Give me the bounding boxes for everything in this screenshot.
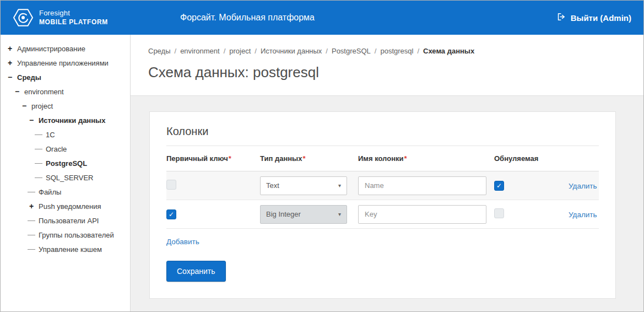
brand-text: Foresight MOBILE PLATFORM <box>39 9 108 26</box>
brand-subtitle: MOBILE PLATFORM <box>39 18 108 26</box>
required-asterisk: * <box>229 154 231 163</box>
sidebar-item-cache-management[interactable]: Управление кэшем <box>1 242 130 256</box>
sidebar-item-label: Среды <box>17 73 41 82</box>
primary-key-cell: ✓ <box>166 180 260 192</box>
foresight-logo-icon <box>13 7 34 28</box>
page-head: Среды/environment/project/Источники данн… <box>131 35 643 96</box>
breadcrumb-item-current: Схема данных <box>423 47 474 55</box>
tree-branch-icon <box>35 149 42 149</box>
collapse-minus-icon[interactable]: − <box>20 101 28 110</box>
tree-branch-icon <box>35 135 42 135</box>
add-row-link[interactable]: Добавить <box>166 238 199 246</box>
sidebar-item-environment[interactable]: − environment <box>1 84 130 99</box>
data-type-select[interactable]: Big Integer ▾ <box>260 205 347 224</box>
column-name-input[interactable] <box>358 176 486 195</box>
breadcrumb-item[interactable]: environment <box>180 47 220 55</box>
breadcrumb-item[interactable]: Среды <box>148 47 171 55</box>
sidebar-item-project[interactable]: − project <box>1 99 130 113</box>
sidebar-item-app-management[interactable]: + Управление приложениями <box>1 56 130 70</box>
required-asterisk: * <box>302 154 305 163</box>
breadcrumb: Среды/environment/project/Источники данн… <box>148 47 626 55</box>
header-label: Тип данных <box>260 154 302 163</box>
logout-button[interactable]: Выйти (Admin) <box>556 12 631 23</box>
brand: Foresight MOBILE PLATFORM <box>13 7 108 28</box>
breadcrumb-separator: / <box>326 47 328 55</box>
breadcrumb-separator: / <box>417 47 419 55</box>
sidebar-item-sql-server[interactable]: SQL_SERVER <box>1 170 130 185</box>
sidebar-item-label: Push уведомления <box>39 202 101 211</box>
header-primary-key: Первичный ключ* <box>166 154 260 163</box>
delete-link[interactable]: Удалить <box>569 211 597 219</box>
sidebar-item-label: Источники данных <box>39 116 105 125</box>
check-icon: ✓ <box>496 182 502 189</box>
sidebar-tree: + Администрирование + Управление приложе… <box>1 35 131 311</box>
sidebar-item-oracle[interactable]: Oracle <box>1 142 130 156</box>
data-type-cell: Big Integer ▾ <box>260 205 358 224</box>
sidebar-item-push-notifications[interactable]: + Push уведомления <box>1 199 130 213</box>
body: + Администрирование + Управление приложе… <box>1 35 643 311</box>
page-title: Схема данных: postgresql <box>148 64 626 81</box>
expand-plus-icon[interactable]: + <box>28 202 35 211</box>
select-value: Big Integer <box>266 210 301 218</box>
column-name-input[interactable] <box>358 205 486 224</box>
data-type-select[interactable]: Text ▾ <box>260 176 347 195</box>
breadcrumb-item[interactable]: project <box>229 47 251 55</box>
columns-table: Первичный ключ* Тип данных* Имя колонки*… <box>166 146 599 229</box>
sidebar-item-label: Группы пользователей <box>39 231 114 239</box>
breadcrumb-separator: / <box>255 47 257 55</box>
content: Колонки Первичный ключ* Тип данных* Имя … <box>131 96 643 311</box>
collapse-minus-icon[interactable]: − <box>28 116 35 125</box>
primary-key-checkbox[interactable]: ✓ <box>166 180 176 190</box>
sidebar-item-label: Файлы <box>39 188 61 196</box>
sidebar-item-label: SQL_SERVER <box>46 174 93 182</box>
nullable-cell: ✓ <box>494 208 569 220</box>
tree-branch-icon <box>28 192 35 192</box>
save-button[interactable]: Сохранить <box>166 261 226 282</box>
tree-branch-icon <box>35 163 42 164</box>
primary-key-checkbox[interactable]: ✓ <box>166 209 176 219</box>
logout-icon <box>556 12 566 23</box>
sidebar-item-files[interactable]: Файлы <box>1 185 130 199</box>
header-label: Имя колонки <box>358 154 404 163</box>
nullable-checkbox[interactable]: ✓ <box>494 208 504 218</box>
tree-branch-icon <box>28 249 35 250</box>
delete-link[interactable]: Удалить <box>569 182 597 190</box>
tree-branch-icon <box>28 235 35 235</box>
sidebar-item-label: Управление кэшем <box>39 245 102 254</box>
breadcrumb-separator: / <box>175 47 177 55</box>
expand-plus-icon[interactable]: + <box>6 44 14 53</box>
breadcrumb-item[interactable]: PostgreSQL <box>332 47 371 55</box>
sidebar-item-label: 1C <box>46 131 55 139</box>
sidebar-item-api-users[interactable]: Пользователи API <box>1 213 130 228</box>
breadcrumb-item[interactable]: Источники данных <box>261 47 322 55</box>
sidebar-item-label: environment <box>24 88 64 96</box>
sidebar-item-postgresql[interactable]: PostgreSQL <box>1 156 130 170</box>
main-area: Среды/environment/project/Источники данн… <box>131 35 643 311</box>
header-label: Обнуляемая <box>494 154 538 163</box>
tree-branch-icon <box>28 220 35 221</box>
table-header-row: Первичный ключ* Тип данных* Имя колонки*… <box>166 146 599 171</box>
collapse-minus-icon[interactable]: − <box>6 73 14 82</box>
sidebar-item-user-groups[interactable]: Группы пользователей <box>1 228 130 242</box>
app-window: Foresight MOBILE PLATFORM Форсайт. Мобил… <box>0 0 644 312</box>
brand-name: Foresight <box>39 9 108 18</box>
dropdown-arrow-icon: ▾ <box>338 182 341 189</box>
card-title: Колонки <box>166 125 599 138</box>
column-name-cell <box>358 176 494 195</box>
sidebar-item-1c[interactable]: 1C <box>1 127 130 142</box>
data-type-cell: Text ▾ <box>260 176 358 195</box>
collapse-minus-icon[interactable]: − <box>13 87 21 96</box>
breadcrumb-item[interactable]: postgresql <box>380 47 413 55</box>
tree-branch-icon <box>35 177 42 178</box>
sidebar-item-data-sources[interactable]: − Источники данных <box>1 113 130 127</box>
sidebar-item-environments[interactable]: − Среды <box>1 70 130 84</box>
sidebar-item-administration[interactable]: + Администрирование <box>1 41 130 56</box>
nullable-checkbox[interactable]: ✓ <box>494 181 504 191</box>
header-data-type: Тип данных* <box>260 154 358 163</box>
select-value: Text <box>266 181 279 190</box>
breadcrumb-separator: / <box>375 47 377 55</box>
primary-key-cell: ✓ <box>166 209 260 219</box>
expand-plus-icon[interactable]: + <box>6 58 14 67</box>
breadcrumb-separator: / <box>224 47 226 55</box>
sidebar-item-label: Управление приложениями <box>17 59 109 67</box>
